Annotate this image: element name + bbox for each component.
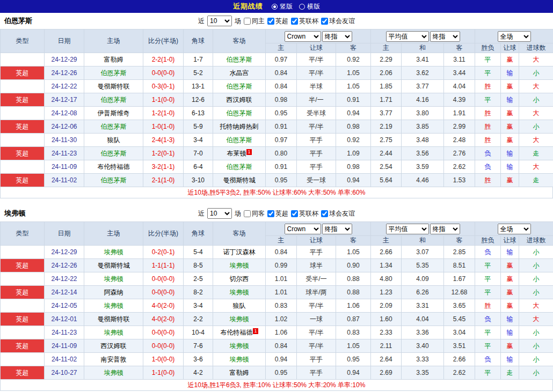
odds-kind-select[interactable]: 终指 [322,224,352,234]
away-team-name[interactable]: 西汉姆联 [227,96,252,103]
away-team-name[interactable]: 诺丁汉森林 [223,248,256,256]
home-team-name[interactable]: 伯恩茅斯 [101,69,127,77]
home-team-name[interactable]: 伯恩茅斯 [101,96,127,103]
goals-result-cell: 走 [519,147,553,160]
away-team-name[interactable]: 曼彻斯特城 [223,176,256,184]
average-select[interactable]: 平均值 [386,31,429,42]
odds-kind-select[interactable]: 终指 [322,31,352,42]
col-corner: 角球 [184,222,213,246]
away-team-name[interactable]: 富勒姆 [230,369,249,376]
away-team-name[interactable]: 埃弗顿 [230,356,249,363]
home-team-cell: 伯恩茅斯 [84,93,143,107]
match-score-cell[interactable]: 0-2(0-1) [143,246,184,259]
layout-radio[interactable]: 横版 [299,2,320,11]
home-team-name[interactable]: 南安普敦 [101,356,127,363]
away-team-name[interactable]: 伯恩茅斯 [227,136,252,144]
league-filter[interactable]: 英超 [267,209,288,218]
match-score-cell[interactable]: 4-0(2-0) [143,299,184,313]
match-score-cell[interactable]: 0-0(0-0) [143,339,184,353]
same-venue-checkbox[interactable] [244,210,251,217]
match-score-cell[interactable]: 0-0(0-0) [143,286,184,299]
handicap-result-cell: 赢 [501,259,519,272]
avg-kind-select[interactable]: 终指 [430,224,460,234]
league-filter[interactable]: 英超 [267,17,288,26]
away-team-name[interactable]: 布莱顿 [227,150,246,157]
home-team-name[interactable]: 伯恩茅斯 [101,150,127,157]
match-score-cell[interactable]: 2-4(1-3) [143,134,184,147]
recent-count-select[interactable]: 10 [207,16,232,26]
away-team-name[interactable]: 埃弗顿 [230,262,249,269]
average-select[interactable]: 平均值 [386,224,429,234]
league-filter[interactable]: 球会友谊 [321,209,355,218]
match-score-cell[interactable]: 1-1(0-0) [143,366,184,380]
match-score-cell[interactable]: 1-2(0-1) [143,147,184,160]
home-team-name[interactable]: 埃弗顿 [104,302,123,309]
same-venue-filter[interactable]: 同主 [244,17,265,26]
match-score-cell[interactable]: 0-0(0-0) [143,326,184,339]
book-home-odds-cell: 1.02 [266,313,297,326]
match-score-cell[interactable]: 4-0(2-0) [143,313,184,326]
league-filter[interactable]: 英联杯 [291,17,318,26]
avg-home-odds-cell: 2.66 [371,246,402,259]
away-team-name[interactable]: 伯恩茅斯 [227,83,252,90]
scope-select[interactable]: 全场 [498,31,531,42]
match-score-cell[interactable]: 3-2(1-1) [143,160,184,174]
home-team-name[interactable]: 曼彻斯特联 [98,315,130,323]
same-venue-filter[interactable]: 同客 [244,209,265,218]
match-score-cell[interactable]: 2-1(1-0) [143,174,184,187]
home-team-name[interactable]: 曼彻斯特城 [98,262,130,269]
league-checkbox[interactable] [321,18,328,25]
match-score-cell[interactable]: 0-3(0-1) [143,80,184,93]
away-team-name[interactable]: 伯恩茅斯 [227,56,252,63]
away-team-name[interactable]: 埃弗顿 [230,342,249,350]
home-team-name[interactable]: 阿森纳 [104,289,123,296]
league-checkbox[interactable] [267,18,274,25]
away-team-name[interactable]: 切尔西 [230,275,249,283]
home-team-name[interactable]: 伯恩茅斯 [101,123,127,130]
home-team-name[interactable]: 埃弗顿 [104,275,123,283]
match-score-cell[interactable]: 1-1(0-0) [143,93,184,107]
league-type-cell: 英超 [1,246,45,259]
match-score-cell[interactable]: 1-1(1-1) [143,259,184,272]
home-team-name[interactable]: 布伦特福德 [98,163,130,171]
league-checkbox[interactable] [291,18,298,25]
away-team-name[interactable]: 托特纳姆热刺 [220,123,259,130]
match-score-cell[interactable]: 1-0(0-0) [143,353,184,366]
away-team-name[interactable]: 伯恩茅斯 [227,109,252,117]
away-team-name[interactable]: 布伦特福德 [220,329,252,336]
home-team-name[interactable]: 曼彻斯特联 [98,83,130,90]
away-team-name[interactable]: 埃弗顿 [230,289,249,296]
handicap-result-cell: 赢 [501,286,519,299]
scope-select[interactable]: 全场 [498,224,531,234]
league-filter[interactable]: 球会友谊 [321,17,355,26]
match-score-cell[interactable]: 0-0(0-0) [143,272,184,286]
home-team-name[interactable]: 埃弗顿 [104,329,123,336]
home-team-name[interactable]: 伯恩茅斯 [101,176,127,184]
league-checkbox[interactable] [267,210,274,217]
league-checkbox[interactable] [321,210,328,217]
result-cell: 平 [475,66,501,80]
book-handicap-cell: 球半 [297,259,336,272]
league-filter[interactable]: 英联杯 [291,209,318,218]
layout-radio[interactable]: 竖版 [272,2,293,11]
home-team-name[interactable]: 富勒姆 [104,56,123,63]
same-venue-checkbox[interactable] [244,18,251,25]
home-team-name[interactable]: 埃弗顿 [104,369,123,376]
away-team-name[interactable]: 伯恩茅斯 [227,163,252,171]
recent-count-select[interactable]: 10 [207,208,232,219]
home-team-name[interactable]: 西汉姆联 [101,342,127,350]
away-team-name[interactable]: 埃弗顿 [230,315,249,323]
bookmaker-select[interactable]: Crown [285,31,321,42]
match-score-cell[interactable]: 2-2(1-0) [143,53,184,66]
match-score-cell[interactable]: 0-0(0-0) [143,66,184,80]
home-team-name[interactable]: 埃弗顿 [104,248,123,256]
home-team-name[interactable]: 狼队 [107,136,120,144]
match-score-cell[interactable]: 1-2(1-0) [143,107,184,120]
home-team-name[interactable]: 伊普斯维奇 [98,109,130,117]
match-score-cell[interactable]: 1-0(1-0) [143,120,184,134]
away-team-name[interactable]: 水晶宫 [230,69,249,77]
away-team-name[interactable]: 狼队 [233,302,246,309]
avg-kind-select[interactable]: 终指 [430,31,460,42]
league-checkbox[interactable] [291,210,298,217]
bookmaker-select[interactable]: Crown [285,224,321,234]
